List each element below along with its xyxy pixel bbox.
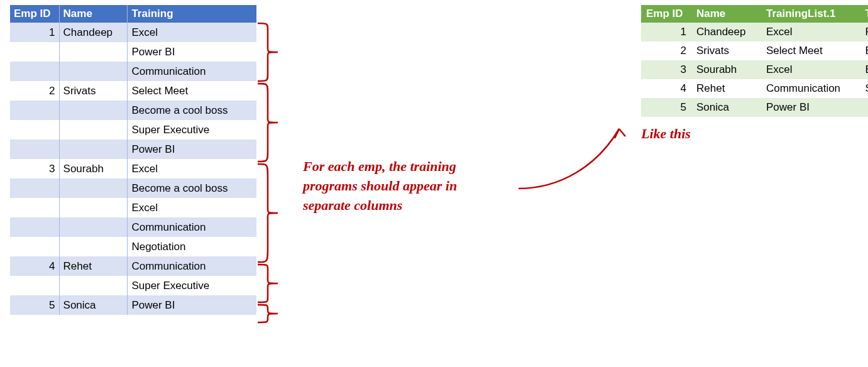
cell-id: 3	[641, 60, 691, 79]
cell-training: Excel	[128, 198, 256, 217]
cell-name	[59, 276, 128, 295]
cell-id	[10, 276, 59, 295]
cell-name: Srivats	[59, 81, 128, 101]
cell-training: Power BI	[128, 140, 256, 159]
table-row: 2SrivatsSelect Meet	[10, 81, 256, 101]
cell-id: 5	[10, 295, 59, 315]
table-row: Super Executive	[10, 276, 256, 295]
cell-name: Rehet	[59, 256, 128, 276]
table-row: Become a cool boss	[10, 101, 256, 120]
cell-training: Excel	[128, 159, 256, 178]
arrow-icon	[515, 123, 641, 198]
cell-t1: Select Meet	[761, 41, 860, 60]
cell-id	[10, 178, 59, 198]
table-row: 2SrivatsSelect MeetBecome a cool bossSup…	[641, 41, 868, 60]
table-row: 1ChandeepExcel	[10, 23, 256, 42]
cell-id	[10, 120, 59, 140]
cell-t2	[860, 98, 869, 117]
cell-t2: Power BI	[860, 23, 869, 41]
cell-name	[59, 178, 128, 198]
cell-training: Communication	[128, 217, 256, 237]
col-header-empid: Emp ID	[641, 5, 691, 23]
cell-name	[59, 120, 128, 140]
cell-id: 1	[641, 23, 691, 41]
cell-name	[59, 42, 128, 62]
cell-training: Power BI	[128, 42, 256, 62]
cell-name	[59, 101, 128, 120]
cell-t1: Communication	[761, 79, 860, 98]
cell-name: Chandeep	[59, 23, 128, 42]
col-header-t2: TrainingList.2	[860, 5, 869, 23]
table-row: Communication	[10, 62, 256, 81]
brace-icon	[256, 82, 279, 163]
table-row: 5SonicaPower BI	[10, 295, 256, 315]
cell-training: Excel	[128, 23, 256, 42]
cell-name	[59, 217, 128, 237]
table-row: Excel	[10, 198, 256, 217]
col-header-name: Name	[59, 5, 128, 23]
cell-name: Sourabh	[691, 60, 761, 79]
cell-name: Sonica	[59, 295, 128, 315]
col-header-training: Training	[128, 5, 256, 23]
cell-id: 2	[10, 81, 59, 101]
table-row: 4RehetCommunicationSuper Executive	[641, 79, 868, 98]
cell-name: Sourabh	[59, 159, 128, 178]
cell-t1: Excel	[761, 23, 860, 41]
cell-id: 3	[10, 159, 59, 178]
cell-t1: Excel	[761, 60, 860, 79]
cell-id	[10, 140, 59, 159]
cell-id: 1	[10, 23, 59, 42]
cell-id: 5	[641, 98, 691, 117]
table-row: Power BI	[10, 42, 256, 62]
table-row: Become a cool boss	[10, 178, 256, 198]
cell-training: Communication	[128, 62, 256, 81]
col-header-t1: TrainingList.1	[761, 5, 860, 23]
cell-training: Select Meet	[128, 81, 256, 101]
brace-icon	[256, 22, 279, 82]
cell-training: Communication	[128, 256, 256, 276]
col-header-empid: Emp ID	[10, 5, 59, 23]
cell-training: Super Executive	[128, 276, 256, 295]
cell-id	[10, 42, 59, 62]
col-header-name: Name	[691, 5, 761, 23]
cell-training: Negotiation	[128, 237, 256, 256]
cell-id	[10, 101, 59, 120]
cell-name: Sonica	[691, 98, 761, 117]
cell-t2: Super Executive	[860, 79, 869, 98]
table-row: 4RehetCommunication	[10, 256, 256, 276]
table-row: 5SonicaPower BI	[641, 98, 868, 117]
table-row: Super Executive	[10, 120, 256, 140]
table-row: 1ChandeepExcelPower BICommunication	[641, 23, 868, 41]
cell-name: Rehet	[691, 79, 761, 98]
cell-training: Become a cool boss	[128, 101, 256, 120]
table-row: 3SourabhExcelBecome a cool bossCommunica…	[641, 60, 868, 79]
cell-name: Chandeep	[691, 23, 761, 41]
annotation-main: For each emp, the training programs shou…	[303, 157, 457, 215]
brace-icon	[256, 263, 279, 304]
cell-id: 2	[641, 41, 691, 60]
annotation-like-this: Like this	[641, 124, 691, 144]
cell-name	[59, 62, 128, 81]
source-table: Emp ID Name Training 1ChandeepExcelPower…	[10, 5, 256, 315]
cell-name	[59, 198, 128, 217]
table-row: Negotiation	[10, 237, 256, 256]
brace-icon	[256, 304, 279, 324]
cell-id	[10, 237, 59, 256]
cell-t2: Become a cool boss	[860, 60, 869, 79]
cell-training: Power BI	[128, 295, 256, 315]
cell-id: 4	[641, 79, 691, 98]
cell-training: Super Executive	[128, 120, 256, 140]
table-row: 3SourabhExcel	[10, 159, 256, 178]
cell-t2: Become a cool boss	[860, 41, 869, 60]
cell-id	[10, 217, 59, 237]
brace-icon	[256, 163, 279, 263]
cell-name	[59, 140, 128, 159]
cell-t1: Power BI	[761, 98, 860, 117]
table-row: Power BI	[10, 140, 256, 159]
cell-name	[59, 237, 128, 256]
cell-id	[10, 198, 59, 217]
result-table: Emp ID Name TrainingList.1 TrainingList.…	[641, 5, 868, 117]
table-row: Communication	[10, 217, 256, 237]
cell-id	[10, 62, 59, 81]
cell-name: Srivats	[691, 41, 761, 60]
